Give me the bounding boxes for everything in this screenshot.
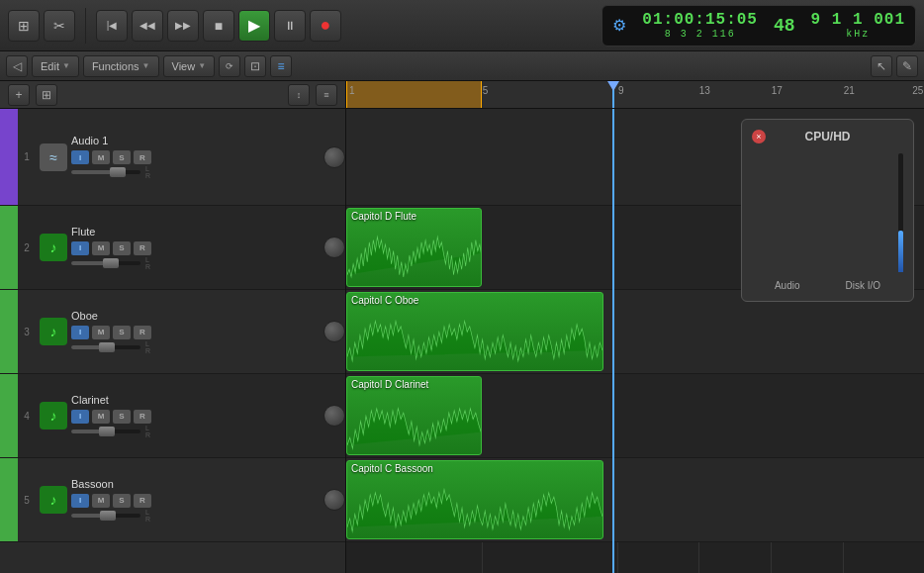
region-clarinet[interactable]: Capitol D Clarinet: [346, 376, 482, 455]
track-power-2[interactable]: I: [71, 241, 89, 255]
functions-menu[interactable]: Functions ▼: [83, 55, 159, 77]
track-rec-2[interactable]: R: [134, 241, 151, 255]
track-mute-3[interactable]: M: [92, 326, 110, 339]
track-color-4: [0, 374, 18, 457]
signature-display: 9 1 1 001 kHz: [811, 11, 905, 40]
track-rec-3[interactable]: R: [134, 326, 151, 339]
track-name-1: Audio 1: [71, 135, 318, 146]
track-row: 3 ♪ Oboe I M S R LR: [0, 290, 345, 374]
rewind-btn[interactable]: ◀◀: [132, 10, 163, 42]
play-btn[interactable]: ▶: [238, 10, 270, 42]
transport-controls: ⊞ ✂: [8, 10, 75, 42]
track-rec-5[interactable]: R: [134, 494, 151, 508]
ruler-mark-1: 1: [346, 81, 355, 96]
ruler-mark-17: 17: [771, 81, 783, 96]
track-lane-3[interactable]: Capitol C Oboe: [346, 290, 924, 374]
track-solo-5[interactable]: S: [113, 494, 131, 508]
close-icon: ×: [756, 132, 761, 142]
track-power-1[interactable]: I: [71, 150, 89, 164]
track-power-3[interactable]: I: [71, 326, 89, 339]
track-knob-1[interactable]: [323, 146, 345, 168]
edit-menu[interactable]: Edit ▼: [32, 55, 79, 77]
track-controls-1: I M S R: [71, 150, 318, 164]
audio-label: Audio: [775, 280, 800, 291]
track-knob-5[interactable]: [323, 489, 345, 511]
khz-value: kHz: [846, 29, 870, 40]
forward-btn[interactable]: ▶▶: [167, 10, 199, 42]
track-knob-3[interactable]: [323, 321, 345, 342]
stop-btn[interactable]: ■: [203, 10, 234, 42]
ruler[interactable]: 1 5 9 13 17 21 25: [346, 81, 924, 109]
region-bassoon[interactable]: Capitol C Bassoon: [346, 460, 603, 539]
pause-btn[interactable]: ⏸: [274, 10, 306, 42]
track-fader-5: LR: [71, 509, 318, 523]
track-mute-5[interactable]: M: [92, 494, 110, 508]
region-flute[interactable]: Capitol D Flute: [346, 208, 482, 287]
track-row: 1 ≈ Audio 1 I M S R LR: [0, 109, 345, 206]
track-fader-2: LR: [71, 256, 318, 270]
track-lanes: Capitol D Flute Capitol C Oboe: [346, 109, 924, 573]
track-icon-3: ♪: [40, 318, 67, 345]
region-oboe[interactable]: Capitol C Oboe: [346, 292, 603, 371]
track-mute-4[interactable]: M: [92, 410, 110, 424]
track-power-5[interactable]: I: [71, 494, 89, 508]
fader-track-5[interactable]: [71, 514, 140, 518]
track-name-3: Oboe: [71, 310, 318, 322]
ruler-mark-21: 21: [843, 81, 855, 96]
track-controls-4: I M S R: [71, 410, 318, 424]
track-lane-4[interactable]: Capitol D Clarinet: [346, 374, 924, 458]
track-solo-3[interactable]: S: [113, 326, 131, 339]
pointer-tool[interactable]: ↖: [871, 55, 892, 77]
cpu-labels: Audio Disk I/O: [752, 280, 903, 291]
track-list: + ⊞ ↕ ≡ 1 ≈ Audio 1 I M S R: [0, 81, 346, 573]
track-rec-1[interactable]: R: [134, 150, 151, 164]
track-color-2: [0, 206, 18, 289]
add-region-btn[interactable]: ⊞: [36, 84, 57, 106]
track-solo-1[interactable]: S: [113, 150, 131, 164]
track-lane-5[interactable]: Capitol C Bassoon: [346, 458, 924, 542]
track-icon-2: ♪: [40, 234, 67, 261]
track-controls-3: I M S R: [71, 326, 318, 339]
track-mute-1[interactable]: M: [92, 150, 110, 164]
scissors-icon[interactable]: ✂: [44, 10, 75, 42]
track-fader-1: LR: [71, 165, 318, 179]
view-menu[interactable]: View ▼: [163, 55, 216, 77]
track-icon-4: ♪: [40, 402, 67, 430]
track-menu-btn[interactable]: ≡: [316, 84, 337, 106]
fader-track-2[interactable]: [71, 261, 140, 265]
track-fader-3: LR: [71, 340, 318, 354]
track-mute-2[interactable]: M: [92, 241, 110, 255]
add-track-btn[interactable]: +: [8, 84, 30, 106]
bookmark-icon[interactable]: ⊡: [244, 55, 266, 77]
functions-arrow: ▼: [142, 61, 150, 70]
cpu-close-btn[interactable]: ×: [752, 130, 766, 143]
back-btn[interactable]: ◁: [6, 55, 28, 77]
disk-label: Disk I/O: [845, 280, 880, 291]
fader-track-1[interactable]: [71, 170, 140, 174]
track-rec-4[interactable]: R: [134, 410, 151, 424]
track-knob-4[interactable]: [323, 405, 345, 427]
disk-meter: [898, 153, 903, 272]
track-solo-2[interactable]: S: [113, 241, 131, 255]
arrangement-area: 1 5 9 13 17 21 25: [346, 81, 924, 573]
link-icon[interactable]: ⟳: [219, 55, 240, 77]
fader-track-4[interactable]: [71, 430, 140, 433]
settings-icon[interactable]: ⚙: [612, 16, 626, 35]
track-lr-4: LR: [145, 425, 150, 438]
filter-icon[interactable]: ≡: [270, 55, 292, 77]
secondary-toolbar: ◁ Edit ▼ Functions ▼ View ▼ ⟳ ⊡ ≡ ↖ ✎: [0, 51, 924, 81]
track-color-1: [0, 109, 18, 205]
mixer-icon[interactable]: ⊞: [8, 10, 40, 42]
tempo-display: 48: [774, 16, 795, 36]
rewind-start-btn[interactable]: |◀: [96, 10, 128, 42]
edit-label: Edit: [41, 60, 59, 72]
track-power-4[interactable]: I: [71, 410, 89, 424]
track-knob-2[interactable]: [323, 237, 345, 258]
pencil-tool[interactable]: ✎: [896, 55, 918, 77]
record-btn[interactable]: ●: [310, 10, 341, 42]
fader-track-3[interactable]: [71, 345, 140, 349]
track-options-btn[interactable]: ↕: [288, 84, 310, 106]
track-lr-5: LR: [145, 509, 150, 523]
track-content-5: Bassoon I M S R LR: [71, 474, 318, 526]
track-solo-4[interactable]: S: [113, 410, 131, 424]
